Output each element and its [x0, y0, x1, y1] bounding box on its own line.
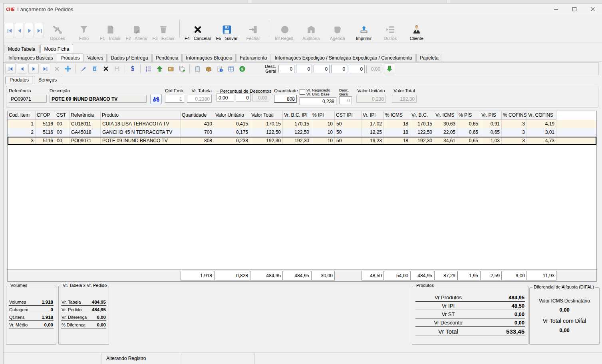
tab-informacoes-expedicao[interactable]: Informações Expedição / Simulação Expedi…	[271, 54, 415, 62]
item-edit-pencil-icon[interactable]	[78, 64, 89, 74]
outros-button[interactable]: Outros	[377, 18, 403, 41]
printer-icon	[359, 24, 369, 35]
cliente-button[interactable]: Cliente	[403, 18, 430, 41]
cell-vr-cofins: 3,01	[527, 128, 556, 137]
tab-produtos[interactable]: Produtos	[57, 53, 83, 62]
tab-informacoes-bloqueio[interactable]: Informações Bloqueio	[182, 54, 236, 62]
vr-st-label: Vr ST	[416, 311, 481, 317]
cell-vr-pis: 0,65	[480, 128, 502, 137]
record-first-button[interactable]	[5, 23, 14, 38]
tab-dados-entrega[interactable]: Dados p/ Entrega	[107, 54, 151, 62]
inf-regist-button[interactable]: Inf.Regist.	[272, 18, 298, 41]
cell-vr-bc: 122,50	[410, 128, 434, 137]
document-info-icon[interactable]	[215, 64, 225, 74]
pct-diferenca-value: 0,00	[97, 322, 106, 327]
search-binoculars-button[interactable]	[150, 94, 162, 104]
tab-papeleta[interactable]: Papeleta	[416, 54, 442, 62]
totals-cell	[8, 271, 36, 280]
desc-geral-field-2[interactable]: 0	[296, 65, 312, 73]
desc-geral-field-3[interactable]: 0	[314, 65, 330, 73]
tab-itens-produtos[interactable]: Produtos	[5, 76, 33, 84]
cell-pct-cofins: 3	[502, 137, 527, 145]
table-row[interactable]: 1 5116 00 CU18011 CUIA 18 LISA TERRACOTA…	[8, 120, 596, 128]
desc-geral-field-5[interactable]: 0	[349, 65, 365, 73]
item-first-button[interactable]	[5, 64, 16, 74]
cell-valor-total: 192,30	[250, 137, 283, 145]
tab-faturamento[interactable]: Faturamento	[236, 54, 270, 62]
vr-negociado-field[interactable]: 0,238	[300, 97, 336, 105]
item-save-floppy-icon[interactable]	[112, 64, 122, 74]
maximize-button[interactable]	[565, 4, 584, 15]
cell-cod-item: 2	[8, 128, 36, 137]
tab-modo-ficha[interactable]: Modo Ficha	[40, 44, 74, 53]
tab-modo-tabela[interactable]: Modo Tabela	[4, 45, 40, 53]
cell-pct-pis: 0,65	[457, 128, 480, 137]
item-add-icon[interactable]	[63, 64, 73, 74]
desc-geral-field-4[interactable]: 0	[331, 65, 347, 73]
column-header-cod-item: Cod. Item	[8, 111, 36, 120]
cell-quantidade: 700	[181, 128, 214, 137]
tab-valores[interactable]: Valores	[83, 54, 107, 62]
fechar-button[interactable]: Fechar	[240, 18, 266, 41]
vr-negociado-checkbox[interactable]	[300, 89, 305, 95]
f5-salvar-button[interactable]: F5 - Salvar	[214, 18, 240, 41]
vr-pedido-value: 484,95	[92, 307, 106, 312]
totals-cell	[36, 271, 55, 280]
cell-pct-cofins: 3	[502, 128, 527, 137]
copy-documents-icon[interactable]	[177, 64, 187, 74]
cell-vr-bc: 192,30	[410, 137, 434, 145]
opcoes-button[interactable]: Opcoes	[44, 18, 71, 41]
descricao-field[interactable]: POTE 09 INUND BRANCO TV	[50, 95, 147, 103]
f4-cancelar-button[interactable]: F4 - Cancelar	[182, 18, 214, 41]
toolbar-label: Fechar	[246, 36, 260, 41]
money-coin-icon[interactable]: $	[237, 64, 247, 74]
close-button[interactable]	[584, 4, 602, 15]
minimize-button[interactable]	[547, 4, 565, 15]
vr-diferenca-value: 0,00	[97, 315, 106, 320]
price-dollar-icon[interactable]: $	[127, 64, 138, 74]
totals-pct-pis: 1,95	[457, 271, 480, 280]
tab-informacoes-basicas[interactable]: Informações Basicas	[5, 54, 56, 62]
tabela-pedido-panel: Vr. Tabela x Vr. Pedido Vr. Tabela484,95…	[58, 286, 109, 345]
column-header-vr-cofins: Vr. COFINS	[527, 111, 556, 120]
f1-incluir-button[interactable]: F1 - Incluir	[97, 18, 123, 41]
difal-panel-title: Diferencial de Alíquota (DIFAL)	[532, 284, 595, 289]
table-grid-icon[interactable]	[226, 64, 236, 74]
agenda-button[interactable]: Agenda	[324, 18, 351, 41]
imprimir-button[interactable]: Imprimir	[351, 18, 377, 41]
record-next-button[interactable]	[25, 23, 34, 38]
volumes-label: Volumes	[9, 300, 26, 304]
table-row[interactable]: 3 5116 00 PO09071 POTE 09 INUND BRANCO T…	[8, 137, 596, 145]
f2-alterar-button[interactable]: F2 - Alterar	[123, 18, 150, 41]
qtd-emb-field[interactable]: 1	[165, 95, 184, 103]
export-up-arrow-icon[interactable]	[154, 64, 165, 74]
filtro-button[interactable]: Filtro	[71, 18, 97, 41]
package-box-icon[interactable]	[203, 64, 214, 74]
tab-pendencia[interactable]: Pendência	[152, 54, 182, 62]
vr-total-com-difal-label: Vr Total com Difal	[531, 318, 598, 324]
auditoria-button[interactable]: Auditoria	[298, 18, 324, 41]
percentual-field-2[interactable]: 0	[236, 93, 251, 101]
cell-pct-icms: 18	[384, 128, 410, 137]
clipboard-icon[interactable]	[192, 64, 203, 74]
item-next-button[interactable]	[28, 64, 39, 74]
f3-excluir-button[interactable]: F3 - Excluir	[150, 18, 177, 41]
item-delete-trash-icon[interactable]	[89, 64, 100, 74]
form-desc-geral-field[interactable]: 0	[339, 96, 352, 104]
item-tools-icon[interactable]	[52, 64, 62, 74]
photo-icon[interactable]	[165, 64, 176, 74]
referencia-field[interactable]: PO09071	[9, 95, 47, 103]
vr-tabela-field[interactable]: 0,2380	[187, 95, 212, 103]
table-row[interactable]: 2 5116 00 GA45018 GANCHO 45 N TERRACOTA …	[8, 128, 596, 137]
apply-discount-down-arrow-button[interactable]	[384, 64, 395, 74]
quantidade-field[interactable]: 808	[274, 95, 297, 103]
percentual-field-1[interactable]: 0,00	[217, 93, 234, 101]
item-cancel-x-icon[interactable]	[101, 64, 111, 74]
desc-geral-field-1[interactable]: 0	[278, 65, 294, 73]
tab-itens-servicos[interactable]: Serviços	[34, 76, 61, 84]
numbered-list-icon[interactable]	[143, 64, 153, 74]
item-last-button[interactable]	[40, 64, 50, 74]
item-prev-button[interactable]	[17, 64, 27, 74]
record-prev-button[interactable]	[15, 23, 24, 38]
record-last-button[interactable]	[35, 23, 44, 38]
